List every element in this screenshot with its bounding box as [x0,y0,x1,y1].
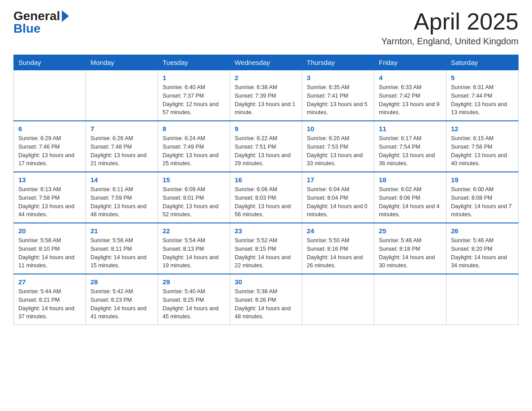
weekday-header-saturday: Saturday [446,55,519,70]
day-number: 10 [307,125,369,133]
day-number: 24 [307,227,369,235]
calendar-cell: 4Sunrise: 6:33 AMSunset: 7:42 PMDaylight… [374,70,446,121]
day-number: 20 [18,227,81,235]
day-info: Sunrise: 5:40 AMSunset: 8:25 PMDaylight:… [163,287,225,321]
day-number: 12 [451,125,514,133]
calendar-cell: 17Sunrise: 6:04 AMSunset: 8:04 PMDayligh… [302,172,374,223]
day-number: 26 [451,227,514,235]
calendar-cell: 15Sunrise: 6:09 AMSunset: 8:01 PMDayligh… [158,172,230,223]
day-number: 28 [90,278,153,286]
calendar-cell: 3Sunrise: 6:35 AMSunset: 7:41 PMDaylight… [302,70,374,121]
day-info: Sunrise: 6:31 AMSunset: 7:44 PMDaylight:… [451,83,514,117]
day-number: 11 [379,125,442,133]
day-info: Sunrise: 6:33 AMSunset: 7:42 PMDaylight:… [379,83,442,117]
weekday-header-sunday: Sunday [14,55,86,70]
day-info: Sunrise: 6:00 AMSunset: 8:08 PMDaylight:… [451,185,514,219]
day-info: Sunrise: 6:29 AMSunset: 7:46 PMDaylight:… [18,134,81,168]
day-number: 16 [235,176,297,184]
day-number: 5 [451,74,514,81]
calendar-cell: 28Sunrise: 5:42 AMSunset: 8:23 PMDayligh… [86,274,158,325]
day-info: Sunrise: 5:42 AMSunset: 8:23 PMDaylight:… [90,287,153,321]
calendar-cell: 27Sunrise: 5:44 AMSunset: 8:21 PMDayligh… [14,274,86,325]
day-info: Sunrise: 5:46 AMSunset: 8:20 PMDaylight:… [451,236,514,270]
day-info: Sunrise: 5:56 AMSunset: 8:11 PMDaylight:… [90,236,153,270]
day-info: Sunrise: 5:54 AMSunset: 8:13 PMDaylight:… [163,236,225,270]
day-info: Sunrise: 5:48 AMSunset: 8:18 PMDaylight:… [379,236,442,270]
day-number: 2 [235,74,297,81]
calendar-cell: 16Sunrise: 6:06 AMSunset: 8:03 PMDayligh… [230,172,302,223]
calendar-week-row: 13Sunrise: 6:13 AMSunset: 7:58 PMDayligh… [14,172,519,223]
weekday-header-monday: Monday [86,55,158,70]
logo-triangle-icon [61,9,70,23]
day-info: Sunrise: 6:15 AMSunset: 7:56 PMDaylight:… [451,134,514,168]
day-number: 23 [235,227,297,235]
calendar-cell: 2Sunrise: 6:38 AMSunset: 7:39 PMDaylight… [230,70,302,121]
day-info: Sunrise: 6:04 AMSunset: 8:04 PMDaylight:… [307,185,369,219]
calendar-cell: 23Sunrise: 5:52 AMSunset: 8:15 PMDayligh… [230,223,302,274]
calendar-cell: 14Sunrise: 6:11 AMSunset: 7:59 PMDayligh… [86,172,158,223]
calendar-week-row: 6Sunrise: 6:29 AMSunset: 7:46 PMDaylight… [14,121,519,172]
day-info: Sunrise: 6:24 AMSunset: 7:49 PMDaylight:… [163,134,225,168]
calendar-cell: 20Sunrise: 5:58 AMSunset: 8:10 PMDayligh… [14,223,86,274]
day-number: 6 [18,125,81,133]
calendar-cell [302,274,374,325]
day-number: 29 [163,278,225,286]
svg-marker-0 [62,10,69,22]
calendar-cell: 18Sunrise: 6:02 AMSunset: 8:06 PMDayligh… [374,172,446,223]
month-title: April 2025 [382,9,519,34]
day-info: Sunrise: 5:38 AMSunset: 8:26 PMDaylight:… [235,287,297,321]
calendar-cell: 10Sunrise: 6:20 AMSunset: 7:53 PMDayligh… [302,121,374,172]
day-info: Sunrise: 6:06 AMSunset: 8:03 PMDaylight:… [235,185,297,219]
calendar-cell: 1Sunrise: 6:40 AMSunset: 7:37 PMDaylight… [158,70,230,121]
day-info: Sunrise: 6:22 AMSunset: 7:51 PMDaylight:… [235,134,297,168]
day-number: 14 [90,176,153,184]
day-number: 27 [18,278,81,286]
calendar-cell: 30Sunrise: 5:38 AMSunset: 8:26 PMDayligh… [230,274,302,325]
day-number: 25 [379,227,442,235]
calendar-cell: 13Sunrise: 6:13 AMSunset: 7:58 PMDayligh… [14,172,86,223]
day-info: Sunrise: 6:40 AMSunset: 7:37 PMDaylight:… [163,83,225,117]
title-section: April 2025 Yarnton, England, United King… [382,9,519,47]
calendar-cell: 5Sunrise: 6:31 AMSunset: 7:44 PMDaylight… [446,70,519,121]
day-number: 30 [235,278,297,286]
day-info: Sunrise: 6:09 AMSunset: 8:01 PMDaylight:… [163,185,225,219]
day-info: Sunrise: 6:17 AMSunset: 7:54 PMDaylight:… [379,134,442,168]
day-info: Sunrise: 6:11 AMSunset: 7:59 PMDaylight:… [90,185,153,219]
calendar-cell: 8Sunrise: 6:24 AMSunset: 7:49 PMDaylight… [158,121,230,172]
calendar-cell: 12Sunrise: 6:15 AMSunset: 7:56 PMDayligh… [446,121,519,172]
day-number: 3 [307,74,369,81]
day-info: Sunrise: 6:20 AMSunset: 7:53 PMDaylight:… [307,134,369,168]
calendar-header: SundayMondayTuesdayWednesdayThursdayFrid… [14,55,519,70]
location-label: Yarnton, England, United Kingdom [382,36,519,47]
day-number: 19 [451,176,514,184]
day-number: 17 [307,176,369,184]
weekday-header-wednesday: Wednesday [230,55,302,70]
calendar-week-row: 27Sunrise: 5:44 AMSunset: 8:21 PMDayligh… [14,274,519,325]
day-number: 15 [163,176,225,184]
calendar-cell [86,70,158,121]
calendar-cell: 22Sunrise: 5:54 AMSunset: 8:13 PMDayligh… [158,223,230,274]
calendar-cell [14,70,86,121]
calendar-cell: 7Sunrise: 6:26 AMSunset: 7:48 PMDaylight… [86,121,158,172]
day-number: 13 [18,176,81,184]
weekday-header-row: SundayMondayTuesdayWednesdayThursdayFrid… [14,55,519,70]
day-info: Sunrise: 6:13 AMSunset: 7:58 PMDaylight:… [18,185,81,219]
day-number: 21 [90,227,153,235]
weekday-header-tuesday: Tuesday [158,55,230,70]
calendar-cell [374,274,446,325]
day-info: Sunrise: 6:02 AMSunset: 8:06 PMDaylight:… [379,185,442,219]
calendar-week-row: 20Sunrise: 5:58 AMSunset: 8:10 PMDayligh… [14,223,519,274]
day-number: 9 [235,125,297,133]
weekday-header-friday: Friday [374,55,446,70]
day-info: Sunrise: 5:44 AMSunset: 8:21 PMDaylight:… [18,287,81,321]
day-info: Sunrise: 5:58 AMSunset: 8:10 PMDaylight:… [18,236,81,270]
day-info: Sunrise: 6:26 AMSunset: 7:48 PMDaylight:… [90,134,153,168]
day-info: Sunrise: 5:50 AMSunset: 8:16 PMDaylight:… [307,236,369,270]
day-number: 1 [163,74,225,81]
day-number: 7 [90,125,153,133]
day-number: 8 [163,125,225,133]
calendar-cell: 24Sunrise: 5:50 AMSunset: 8:16 PMDayligh… [302,223,374,274]
calendar-table: SundayMondayTuesdayWednesdayThursdayFrid… [13,55,519,325]
calendar-cell: 11Sunrise: 6:17 AMSunset: 7:54 PMDayligh… [374,121,446,172]
day-number: 4 [379,74,442,81]
